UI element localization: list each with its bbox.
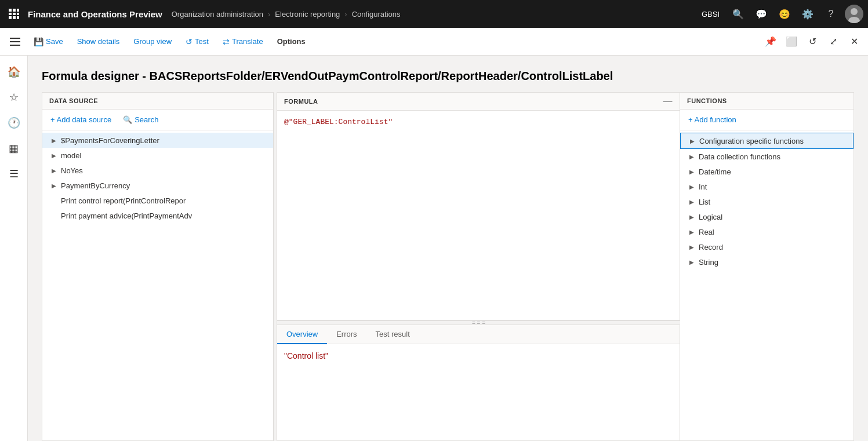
top-nav: Finance and Operations Preview Organizat… — [0, 0, 868, 28]
nav-toggle-icon[interactable] — [5, 31, 26, 52]
search-icon[interactable]: 🔍 — [729, 5, 747, 23]
functions-toolbar: + Add function — [680, 110, 854, 130]
grid-menu-icon[interactable] — [5, 5, 23, 23]
settings-icon[interactable]: ⚙️ — [798, 5, 817, 23]
ds-item-model[interactable]: ▶ model — [42, 148, 273, 163]
translate-icon: ⇄ — [223, 37, 230, 46]
ds-item-print-payment[interactable]: ▶ Print payment advice(PrintPaymentAdv — [42, 208, 273, 223]
expand-int-icon: ▶ — [687, 182, 696, 191]
breadcrumb-er[interactable]: Electronic reporting — [275, 10, 340, 19]
expand-noyes-icon: ▶ — [49, 166, 59, 175]
formula-collapse-icon[interactable]: — — [663, 96, 673, 107]
ds-item-noyes[interactable]: ▶ NoYes — [42, 163, 273, 178]
test-button[interactable]: ↺ Test — [180, 34, 215, 50]
fn-list[interactable]: ▶ List — [680, 194, 854, 209]
breadcrumb-org[interactable]: Organization administration — [172, 10, 263, 19]
org-label: GBSI — [702, 10, 720, 19]
datasource-toolbar: + Add data source 🔍 Search — [42, 110, 273, 130]
expand-real-icon: ▶ — [687, 227, 696, 236]
ds-item-payment-currency[interactable]: ▶ PaymentByCurrency — [42, 178, 273, 193]
fn-string[interactable]: ▶ String — [680, 254, 854, 269]
datasource-tree: ▶ $PaymentsForCoveringLetter ▶ model ▶ N… — [42, 130, 273, 440]
show-details-button[interactable]: Show details — [71, 34, 126, 49]
save-button[interactable]: 💾 Save — [28, 34, 69, 50]
search-datasource-button[interactable]: 🔍 Search — [119, 113, 162, 126]
vertical-resize-handle[interactable]: = = = — [277, 320, 680, 325]
group-view-button[interactable]: Group view — [128, 34, 177, 49]
ds-item-print-control[interactable]: ▶ Print control report(PrintControlRepor — [42, 193, 273, 208]
expand-string-icon: ▶ — [687, 257, 696, 267]
tab-overview-content: "Control list" — [277, 344, 680, 440]
svg-rect-6 — [9, 16, 12, 19]
formula-content[interactable]: @"GER_LABEL:ControlList" — [277, 111, 680, 320]
expand-paymentcurrency-icon: ▶ — [49, 181, 59, 190]
expand-datetime-icon: ▶ — [687, 167, 696, 176]
expand-icon[interactable]: ⬜ — [782, 32, 801, 51]
control-list-value: "Control list" — [284, 351, 328, 360]
toolbar-right: 📌 ⬜ ↺ ⤢ ✕ — [761, 32, 863, 51]
avatar[interactable] — [845, 5, 863, 23]
chat-icon[interactable]: 💬 — [752, 5, 771, 23]
fn-data-collection[interactable]: ▶ Data collection functions — [680, 149, 854, 164]
popout-icon[interactable]: ⤢ — [824, 32, 842, 51]
ds-item-payments[interactable]: ▶ $PaymentsForCoveringLetter — [42, 133, 273, 148]
help-icon[interactable]: ? — [822, 5, 840, 23]
fn-datetime[interactable]: ▶ Date/time — [680, 164, 854, 179]
bottom-area: Overview Errors Test result "Control lis… — [277, 325, 680, 441]
svg-rect-3 — [9, 13, 12, 15]
fn-int[interactable]: ▶ Int — [680, 179, 854, 194]
left-sidebar: 🏠 ☆ 🕐 ▦ ☰ — [0, 56, 28, 441]
pin-icon[interactable]: 📌 — [761, 32, 780, 51]
sidebar-table-icon[interactable]: ▦ — [2, 137, 26, 160]
test-icon: ↺ — [186, 37, 193, 46]
expand-payments-icon: ▶ — [49, 136, 59, 145]
svg-rect-13 — [10, 45, 20, 46]
fn-logical[interactable]: ▶ Logical — [680, 209, 854, 224]
expand-model-icon: ▶ — [49, 151, 59, 160]
functions-header: FUNCTIONS — [680, 93, 854, 110]
sidebar-list-icon[interactable]: ☰ — [2, 162, 26, 185]
translate-button[interactable]: ⇄ Translate — [217, 34, 269, 50]
sidebar-home-icon[interactable]: 🏠 — [2, 60, 26, 83]
expand-logical-icon: ▶ — [687, 212, 696, 221]
sidebar-clock-icon[interactable]: 🕐 — [2, 111, 26, 134]
tab-overview[interactable]: Overview — [277, 325, 327, 344]
breadcrumb: Organization administration › Electronic… — [172, 10, 702, 19]
save-icon: 💾 — [34, 37, 43, 46]
svg-rect-1 — [13, 9, 16, 12]
svg-rect-12 — [10, 41, 20, 42]
close-icon[interactable]: ✕ — [845, 32, 863, 51]
refresh-icon[interactable]: ↺ — [803, 32, 822, 51]
breadcrumb-sep-1: › — [268, 10, 270, 19]
fn-config-specific[interactable]: ▶ Configuration specific functions — [680, 133, 854, 149]
add-function-button[interactable]: + Add function — [685, 113, 740, 126]
svg-point-9 — [851, 8, 858, 15]
expand-datacollection-icon: ▶ — [687, 152, 696, 161]
svg-rect-11 — [10, 38, 20, 39]
page-title: Formula designer - BACSReportsFolder/ERV… — [42, 70, 854, 83]
breadcrumb-sep-2: › — [344, 10, 347, 19]
tab-testresult[interactable]: Test result — [366, 325, 419, 344]
svg-rect-2 — [17, 9, 19, 12]
svg-rect-5 — [17, 13, 19, 15]
search-ds-icon: 🔍 — [123, 115, 132, 124]
formula-area: FORMULA — @"GER_LABEL:ControlList" — [277, 92, 680, 320]
svg-rect-8 — [17, 16, 19, 19]
fn-real[interactable]: ▶ Real — [680, 224, 854, 239]
functions-panel: FUNCTIONS + Add function ▶ Configuration… — [680, 92, 854, 441]
main-layout: 🏠 ☆ 🕐 ▦ ☰ Formula designer - BACSReports… — [0, 56, 868, 441]
formula-right: FORMULA — @"GER_LABEL:ControlList" = = =… — [277, 92, 680, 441]
tab-errors[interactable]: Errors — [327, 325, 366, 344]
functions-tree: ▶ Configuration specific functions ▶ Dat… — [680, 130, 854, 440]
content-area: Formula designer - BACSReportsFolder/ERV… — [28, 56, 868, 441]
sidebar-star-icon[interactable]: ☆ — [2, 86, 26, 109]
app-title: Finance and Operations Preview — [28, 9, 162, 19]
options-button[interactable]: Options — [271, 34, 311, 49]
datasource-panel: DATA SOURCE + Add data source 🔍 Search ▶… — [42, 92, 274, 441]
fn-record[interactable]: ▶ Record — [680, 239, 854, 254]
svg-rect-0 — [9, 9, 12, 12]
add-datasource-button[interactable]: + Add data source — [47, 113, 115, 126]
emoji-icon[interactable]: 😊 — [775, 5, 794, 23]
toolbar: 💾 Save Show details Group view ↺ Test ⇄ … — [0, 28, 868, 56]
breadcrumb-config[interactable]: Configurations — [352, 10, 401, 19]
